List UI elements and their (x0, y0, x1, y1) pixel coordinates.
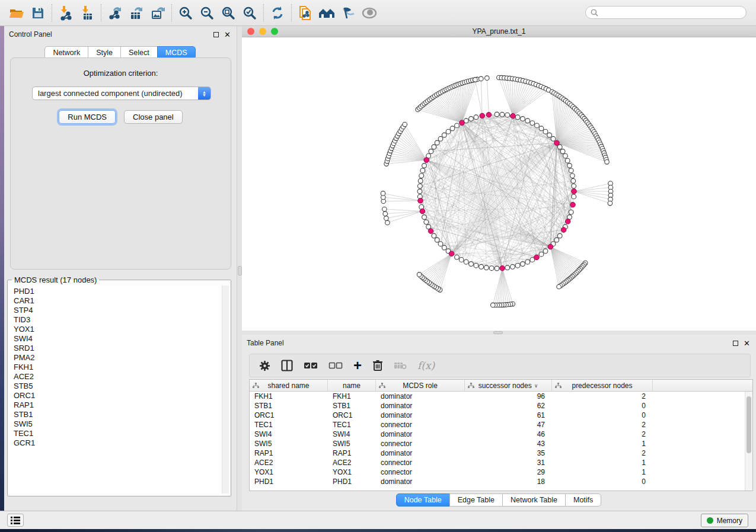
mcds-result-item[interactable]: CAR1 (14, 296, 221, 306)
export-image-icon[interactable] (147, 3, 168, 23)
mcds-result-list[interactable]: PHD1CAR1STP4TID3YOX1SWI4SRD1PMA2FKH1ACE2… (9, 286, 221, 493)
panel-menu-button[interactable] (7, 514, 24, 527)
cell-successor-nodes: 18 (465, 477, 552, 486)
table-row[interactable]: ORC1ORC1dominator610 (250, 411, 752, 420)
network-graph[interactable] (242, 37, 756, 331)
zoom-selected-icon[interactable] (239, 3, 260, 23)
mcds-result-item[interactable]: TID3 (14, 315, 221, 325)
mcds-result-item[interactable]: TEC1 (14, 429, 221, 438)
close-panel-button[interactable]: Close panel (124, 110, 183, 124)
run-mcds-button[interactable]: Run MCDS (59, 110, 116, 124)
mcds-result-item[interactable]: SWI5 (14, 419, 221, 429)
table-row[interactable]: SWI4SWI4dominator462 (250, 430, 752, 439)
table-row[interactable]: TEC1TEC1connector472 (250, 420, 752, 430)
open-file-icon[interactable] (6, 3, 27, 23)
cell-name: SWI4 (328, 430, 376, 438)
criterion-select[interactable]: largest connected component (undirected)… (32, 86, 211, 100)
add-column-icon[interactable]: + (353, 357, 362, 374)
network-window-titlebar[interactable]: YPA_prune.txt_1 (242, 26, 756, 37)
zoom-in-icon[interactable] (175, 3, 196, 23)
search-input[interactable] (598, 7, 746, 18)
cell-MCDS-role: connector (376, 421, 465, 429)
column-header-MCDS-role[interactable]: MCDS role (376, 380, 465, 391)
tab-edge-table[interactable]: Edge Table (449, 493, 503, 507)
table-row[interactable]: YOX1YOX1connector291 (250, 467, 752, 477)
table-row[interactable]: FKH1FKH1dominator962 (250, 392, 752, 401)
mcds-result-item[interactable]: PHD1 (14, 287, 221, 296)
import-table-icon[interactable] (76, 3, 98, 23)
mcds-result-item[interactable]: YOX1 (14, 325, 221, 334)
splitter-handle-icon[interactable] (238, 266, 242, 275)
table-scrollbar[interactable] (745, 392, 752, 491)
column-header-shared-name[interactable]: shared name (250, 380, 328, 391)
column-layout-icon[interactable] (281, 357, 293, 374)
save-session-icon[interactable] (27, 3, 49, 23)
import-network-icon[interactable] (55, 3, 76, 23)
column-header-predecessor-nodes[interactable]: predecessor nodes (552, 380, 653, 391)
close-panel-icon[interactable]: ✕ (224, 32, 231, 37)
table-row[interactable]: SWI5SWI5connector431 (250, 439, 752, 448)
mcds-result-item[interactable]: GCR1 (14, 438, 221, 448)
cell-successor-nodes: 47 (465, 421, 552, 429)
float-panel-icon[interactable] (213, 32, 219, 37)
cell-successor-nodes: 35 (465, 449, 552, 457)
mcds-result-item[interactable]: RAP1 (14, 400, 221, 410)
table-body: FKH1FKH1dominator962STB1STB1dominator620… (250, 392, 752, 486)
show-panel-icon[interactable] (359, 3, 380, 23)
mcds-list-scrollbar[interactable] (222, 286, 229, 493)
tab-motifs[interactable]: Motifs (565, 493, 601, 507)
cell-predecessor-nodes: 2 (552, 392, 653, 400)
memory-button[interactable]: Memory (701, 514, 748, 527)
cell-predecessor-nodes: 0 (552, 477, 653, 486)
select-all-icon[interactable] (304, 357, 318, 374)
cell-successor-nodes: 43 (465, 440, 552, 448)
export-table-icon[interactable] (126, 3, 147, 23)
cell-predecessor-nodes: 2 (552, 421, 653, 429)
zoom-fit-icon[interactable] (218, 3, 239, 23)
scrollbar-thumb[interactable] (747, 396, 751, 453)
column-header-name[interactable]: name (328, 380, 376, 391)
delete-column-icon[interactable] (372, 357, 383, 374)
cell-successor-nodes: 29 (465, 468, 552, 476)
mcds-result-item[interactable]: SRD1 (14, 344, 221, 353)
zoom-out-icon[interactable] (196, 3, 218, 23)
desktop-background (0, 26, 4, 511)
horizontal-splitter[interactable] (242, 331, 756, 335)
unselect-all-icon[interactable] (328, 357, 343, 374)
tab-network-table[interactable]: Network Table (502, 493, 566, 507)
column-header-successor-nodes[interactable]: successor nodes∨ (465, 380, 552, 391)
cell-name: PHD1 (328, 477, 376, 486)
mcds-result-item[interactable]: STB5 (14, 382, 221, 391)
cell-MCDS-role: dominator (376, 430, 465, 438)
table-row[interactable]: RAP1RAP1dominator352 (250, 448, 752, 458)
gear-icon[interactable] (259, 357, 270, 374)
mcds-result-item[interactable]: FKH1 (14, 363, 221, 372)
table-row[interactable]: ACE2ACE2connector311 (250, 458, 752, 467)
hide-panel-icon[interactable] (337, 3, 359, 23)
tab-node-table[interactable]: Node Table (396, 493, 450, 507)
refresh-layout-icon[interactable] (267, 3, 288, 23)
table-row[interactable]: STB1STB1dominator620 (250, 401, 752, 411)
table-tabs: Node TableEdge TableNetwork TableMotifs (242, 493, 756, 507)
mcds-result-item[interactable]: STP4 (14, 306, 221, 315)
function-builder-icon: f(x) (417, 357, 435, 374)
mcds-result-item[interactable]: ORC1 (14, 391, 221, 400)
table-row[interactable]: PHD1PHD1dominator180 (250, 477, 752, 486)
mcds-result-title: MCDS result (17 nodes) (12, 275, 99, 284)
splitter-handle-icon[interactable] (493, 331, 503, 334)
float-panel-icon[interactable] (733, 341, 738, 346)
toolbar-separator (291, 4, 292, 22)
home-icon[interactable] (316, 3, 337, 23)
share-session-icon[interactable] (295, 3, 316, 23)
close-panel-icon[interactable]: ✕ (744, 341, 750, 346)
search-field[interactable] (585, 6, 747, 19)
mcds-result-item[interactable]: PMA2 (14, 353, 221, 363)
mcds-result-item[interactable]: ACE2 (14, 372, 221, 382)
mcds-result-item[interactable]: STB1 (14, 410, 221, 419)
vertical-splitter[interactable] (237, 26, 242, 511)
cell-MCDS-role: connector (376, 440, 465, 448)
cell-successor-nodes: 96 (465, 392, 552, 400)
mcds-result-item[interactable]: SWI4 (14, 334, 221, 344)
export-network-icon[interactable] (104, 3, 126, 23)
cell-successor-nodes: 62 (465, 402, 552, 410)
